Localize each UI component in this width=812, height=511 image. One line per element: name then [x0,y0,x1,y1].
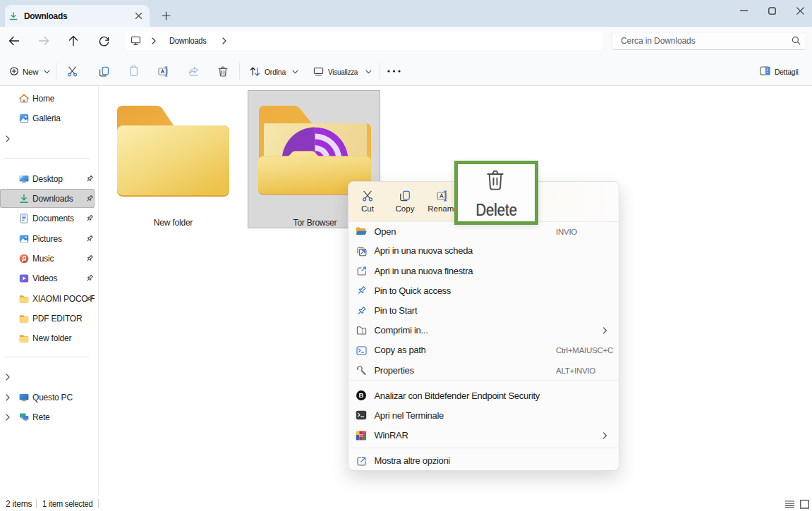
svg-text:B: B [359,391,364,399]
